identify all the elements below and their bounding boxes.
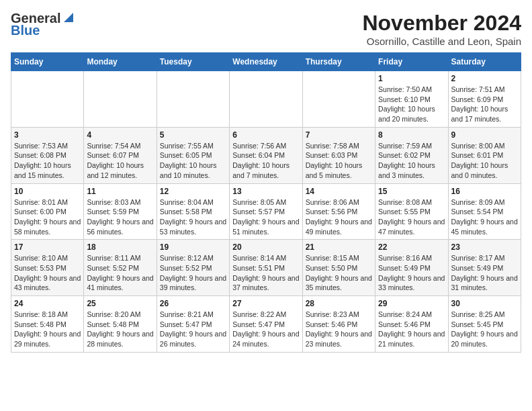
calendar-cell: 24Sunrise: 8:18 AM Sunset: 5:48 PM Dayli… bbox=[11, 296, 84, 353]
calendar-cell: 1Sunrise: 7:50 AM Sunset: 6:10 PM Daylig… bbox=[375, 71, 448, 128]
calendar-cell: 4Sunrise: 7:54 AM Sunset: 6:07 PM Daylig… bbox=[84, 127, 157, 183]
day-number: 12 bbox=[160, 187, 226, 196]
day-info: Sunrise: 8:17 AM Sunset: 5:49 PM Dayligh… bbox=[451, 253, 518, 293]
calendar-cell: 11Sunrise: 8:03 AM Sunset: 5:59 PM Dayli… bbox=[84, 183, 157, 240]
calendar-cell bbox=[84, 71, 157, 128]
logo-blue-text: Blue bbox=[11, 23, 40, 38]
calendar-cell: 12Sunrise: 8:04 AM Sunset: 5:58 PM Dayli… bbox=[157, 183, 229, 240]
calendar-cell: 23Sunrise: 8:17 AM Sunset: 5:49 PM Dayli… bbox=[448, 240, 521, 296]
day-info: Sunrise: 8:18 AM Sunset: 5:48 PM Dayligh… bbox=[14, 310, 81, 349]
day-info: Sunrise: 8:14 AM Sunset: 5:51 PM Dayligh… bbox=[232, 253, 299, 293]
calendar-cell: 17Sunrise: 8:10 AM Sunset: 5:53 PM Dayli… bbox=[11, 240, 84, 296]
calendar-body: 1Sunrise: 7:50 AM Sunset: 6:10 PM Daylig… bbox=[11, 71, 521, 353]
day-number: 6 bbox=[232, 130, 299, 140]
day-number: 14 bbox=[306, 187, 372, 196]
calendar-cell bbox=[157, 71, 229, 128]
day-number: 29 bbox=[378, 299, 445, 308]
day-number: 22 bbox=[378, 242, 445, 252]
calendar-cell: 30Sunrise: 8:25 AM Sunset: 5:45 PM Dayli… bbox=[448, 296, 521, 353]
day-info: Sunrise: 7:51 AM Sunset: 6:09 PM Dayligh… bbox=[451, 85, 518, 124]
day-number: 1 bbox=[378, 74, 445, 83]
day-number: 13 bbox=[232, 187, 299, 196]
weekday-header-saturday: Saturday bbox=[448, 53, 521, 71]
calendar-cell: 6Sunrise: 7:56 AM Sunset: 6:04 PM Daylig… bbox=[230, 127, 302, 183]
day-info: Sunrise: 8:20 AM Sunset: 5:48 PM Dayligh… bbox=[87, 310, 153, 349]
calendar-cell: 27Sunrise: 8:22 AM Sunset: 5:47 PM Dayli… bbox=[230, 296, 302, 353]
week-row-5: 24Sunrise: 8:18 AM Sunset: 5:48 PM Dayli… bbox=[11, 296, 521, 353]
day-info: Sunrise: 8:00 AM Sunset: 6:01 PM Dayligh… bbox=[451, 141, 518, 181]
day-info: Sunrise: 7:53 AM Sunset: 6:08 PM Dayligh… bbox=[14, 141, 81, 181]
day-info: Sunrise: 8:25 AM Sunset: 5:45 PM Dayligh… bbox=[451, 310, 518, 349]
day-info: Sunrise: 8:05 AM Sunset: 5:57 PM Dayligh… bbox=[232, 197, 299, 237]
week-row-4: 17Sunrise: 8:10 AM Sunset: 5:53 PM Dayli… bbox=[11, 240, 521, 296]
page-subtitle: Osornillo, Castille and Leon, Spain bbox=[362, 36, 521, 47]
day-number: 23 bbox=[451, 242, 518, 252]
day-info: Sunrise: 8:03 AM Sunset: 5:59 PM Dayligh… bbox=[87, 197, 153, 237]
calendar-cell: 29Sunrise: 8:24 AM Sunset: 5:46 PM Dayli… bbox=[375, 296, 448, 353]
day-number: 2 bbox=[451, 74, 518, 83]
calendar-table: SundayMondayTuesdayWednesdayThursdayFrid… bbox=[11, 52, 521, 353]
day-number: 18 bbox=[87, 242, 153, 252]
day-info: Sunrise: 7:55 AM Sunset: 6:05 PM Dayligh… bbox=[160, 141, 226, 181]
day-number: 27 bbox=[232, 299, 299, 308]
calendar-cell: 10Sunrise: 8:01 AM Sunset: 6:00 PM Dayli… bbox=[11, 183, 84, 240]
page-title: November 2024 bbox=[362, 11, 521, 36]
calendar-cell: 22Sunrise: 8:16 AM Sunset: 5:49 PM Dayli… bbox=[375, 240, 448, 296]
day-info: Sunrise: 7:56 AM Sunset: 6:04 PM Dayligh… bbox=[232, 141, 299, 181]
day-info: Sunrise: 7:50 AM Sunset: 6:10 PM Dayligh… bbox=[378, 85, 445, 124]
week-row-2: 3Sunrise: 7:53 AM Sunset: 6:08 PM Daylig… bbox=[11, 127, 521, 183]
weekday-header-friday: Friday bbox=[375, 53, 448, 71]
day-number: 5 bbox=[160, 130, 226, 140]
calendar-header: SundayMondayTuesdayWednesdayThursdayFrid… bbox=[11, 53, 521, 71]
calendar-cell: 13Sunrise: 8:05 AM Sunset: 5:57 PM Dayli… bbox=[230, 183, 302, 240]
day-info: Sunrise: 8:22 AM Sunset: 5:47 PM Dayligh… bbox=[232, 310, 299, 349]
day-number: 4 bbox=[87, 130, 153, 140]
weekday-header-sunday: Sunday bbox=[11, 53, 84, 71]
calendar-cell: 5Sunrise: 7:55 AM Sunset: 6:05 PM Daylig… bbox=[157, 127, 229, 183]
calendar-cell bbox=[302, 71, 375, 128]
day-info: Sunrise: 8:08 AM Sunset: 5:55 PM Dayligh… bbox=[378, 197, 445, 237]
day-info: Sunrise: 8:24 AM Sunset: 5:46 PM Dayligh… bbox=[378, 310, 445, 349]
day-info: Sunrise: 8:09 AM Sunset: 5:54 PM Dayligh… bbox=[451, 197, 518, 237]
day-number: 16 bbox=[451, 187, 518, 196]
calendar-cell: 28Sunrise: 8:23 AM Sunset: 5:46 PM Dayli… bbox=[302, 296, 375, 353]
day-info: Sunrise: 7:54 AM Sunset: 6:07 PM Dayligh… bbox=[87, 141, 153, 181]
day-info: Sunrise: 8:01 AM Sunset: 6:00 PM Dayligh… bbox=[14, 197, 81, 237]
day-number: 9 bbox=[451, 130, 518, 140]
day-info: Sunrise: 8:04 AM Sunset: 5:58 PM Dayligh… bbox=[160, 197, 226, 237]
day-info: Sunrise: 8:15 AM Sunset: 5:50 PM Dayligh… bbox=[306, 253, 372, 293]
weekday-header-monday: Monday bbox=[84, 53, 157, 71]
weekday-header-thursday: Thursday bbox=[302, 53, 375, 71]
day-info: Sunrise: 8:16 AM Sunset: 5:49 PM Dayligh… bbox=[378, 253, 445, 293]
weekday-row: SundayMondayTuesdayWednesdayThursdayFrid… bbox=[11, 53, 521, 71]
day-number: 28 bbox=[306, 299, 372, 308]
day-number: 24 bbox=[14, 299, 81, 308]
day-number: 8 bbox=[378, 130, 445, 140]
day-info: Sunrise: 8:11 AM Sunset: 5:52 PM Dayligh… bbox=[87, 253, 153, 293]
day-info: Sunrise: 7:59 AM Sunset: 6:02 PM Dayligh… bbox=[378, 141, 445, 181]
week-row-3: 10Sunrise: 8:01 AM Sunset: 6:00 PM Dayli… bbox=[11, 183, 521, 240]
day-info: Sunrise: 8:10 AM Sunset: 5:53 PM Dayligh… bbox=[14, 253, 81, 293]
calendar-cell: 3Sunrise: 7:53 AM Sunset: 6:08 PM Daylig… bbox=[11, 127, 84, 183]
day-number: 10 bbox=[14, 187, 81, 196]
day-number: 3 bbox=[14, 130, 81, 140]
calendar-cell: 25Sunrise: 8:20 AM Sunset: 5:48 PM Dayli… bbox=[84, 296, 157, 353]
calendar-cell: 14Sunrise: 8:06 AM Sunset: 5:56 PM Dayli… bbox=[302, 183, 375, 240]
day-info: Sunrise: 7:58 AM Sunset: 6:03 PM Dayligh… bbox=[306, 141, 372, 181]
calendar-cell: 9Sunrise: 8:00 AM Sunset: 6:01 PM Daylig… bbox=[448, 127, 521, 183]
day-number: 21 bbox=[306, 242, 372, 252]
day-info: Sunrise: 8:12 AM Sunset: 5:52 PM Dayligh… bbox=[160, 253, 226, 293]
day-number: 25 bbox=[87, 299, 153, 308]
logo-triangle-icon bbox=[61, 11, 73, 24]
calendar-cell: 8Sunrise: 7:59 AM Sunset: 6:02 PM Daylig… bbox=[375, 127, 448, 183]
calendar-cell bbox=[230, 71, 302, 128]
calendar-cell: 7Sunrise: 7:58 AM Sunset: 6:03 PM Daylig… bbox=[302, 127, 375, 183]
day-info: Sunrise: 8:21 AM Sunset: 5:47 PM Dayligh… bbox=[160, 310, 226, 349]
day-number: 15 bbox=[378, 187, 445, 196]
calendar-cell: 26Sunrise: 8:21 AM Sunset: 5:47 PM Dayli… bbox=[157, 296, 229, 353]
weekday-header-tuesday: Tuesday bbox=[157, 53, 229, 71]
day-number: 17 bbox=[14, 242, 81, 252]
day-info: Sunrise: 8:06 AM Sunset: 5:56 PM Dayligh… bbox=[306, 197, 372, 237]
svg-marker-0 bbox=[64, 13, 73, 22]
day-number: 20 bbox=[232, 242, 299, 252]
